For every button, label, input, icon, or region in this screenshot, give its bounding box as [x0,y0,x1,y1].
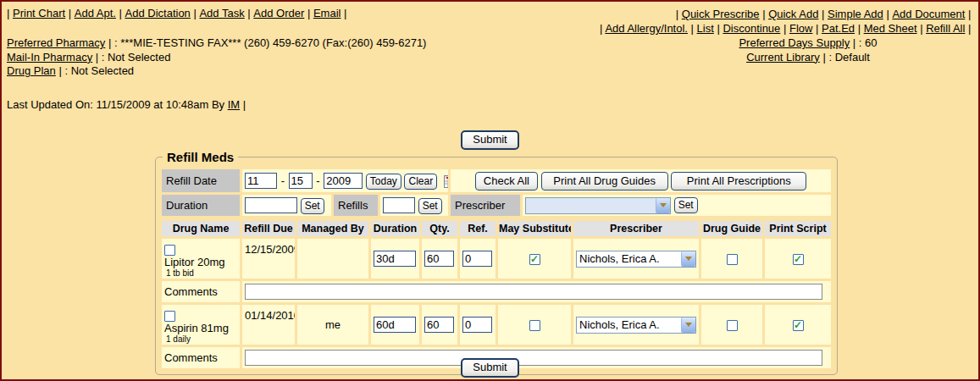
duration-input[interactable] [374,317,416,333]
bulk-print-buttons-cell: Check All Print All Drug Guides Print Al… [451,169,831,192]
drug-guide-checkbox[interactable] [727,320,738,331]
colon: : [64,64,70,77]
check-all-button[interactable]: Check All [475,172,538,190]
bulk-refills-set-button[interactable]: Set [418,198,442,214]
print-script-cell: ✓ [765,305,831,345]
print-script-checkbox[interactable]: ✓ [793,320,804,331]
mail-in-pharmacy-value: Not Selected [108,51,170,64]
current-library-link[interactable]: Current Library [746,51,828,64]
nav-discontinue[interactable]: Discontinue [723,22,789,35]
refill-meds-table: Drug Name Refill Due Managed By Duration… [159,218,833,371]
may-substitute-cell: ✓ [498,239,571,279]
top-nav-right-line2: Add Allergy/Intol.ListDiscontinueFlowPat… [600,21,974,36]
comments-input[interactable] [245,284,822,300]
bulk-prescriber-set-button[interactable]: Set [674,197,698,213]
nav-quick-prescribe[interactable]: Quick Prescribe [682,8,768,20]
comments-input-cell [242,281,831,302]
colon: : [859,36,865,49]
mail-in-pharmacy-link[interactable]: Mail-In Pharmacy [7,51,102,64]
bulk-duration-set-button[interactable]: Set [301,198,324,214]
ref-input[interactable] [462,317,492,333]
drug-select-checkbox[interactable] [164,311,175,322]
qty-input[interactable] [424,251,454,267]
top-nav-right: Quick PrescribeQuick AddSimple AddAdd Do… [600,7,974,36]
nav-add-task[interactable]: Add Task [199,7,253,19]
col-ref: Ref. [460,221,496,236]
today-button[interactable]: Today [366,174,401,190]
nav-email[interactable]: Email [313,7,350,19]
nav-simple-add[interactable]: Simple Add [828,8,892,20]
preferred-days-supply-value: 60 [865,36,877,49]
col-drug-guide: Drug Guide [701,221,762,236]
chevron-down-icon [656,198,670,213]
drug-name-cell: Lipitor 20mg 1 tb bid [162,239,240,279]
ref-cell [460,305,496,345]
print-all-prescriptions-button[interactable]: Print All Prescriptions [671,172,806,190]
date-separator: - [280,174,285,187]
nav-add-allergy[interactable]: Add Allergy/Intol. [605,22,696,35]
bulk-prescriber-select[interactable] [525,197,671,214]
managed-by-cell [297,239,368,279]
prescriber-select[interactable]: Nichols, Erica A. [576,251,696,268]
ref-input[interactable] [462,251,492,267]
nav-refill-all[interactable]: Refill All [926,22,974,35]
bulk-duration-input[interactable] [245,197,297,213]
drug-plan-link[interactable]: Drug Plan [7,64,64,77]
print-all-drug-guides-button[interactable]: Print All Drug Guides [541,172,668,190]
may-substitute-checkbox[interactable]: ✓ [529,254,540,265]
colon: : [102,51,108,64]
preferred-days-supply-line: Preferred Days Supply: 60 [666,36,950,51]
prescriber-select-value: Nichols, Erica A. [579,252,660,265]
last-updated-line: Last Updated On: 11/15/2009 at 10:48am B… [7,98,249,111]
nav-pat-ed[interactable]: Pat.Ed [822,22,864,35]
prescriber-cell: Nichols, Erica A. [573,305,699,345]
refill-date-day-input[interactable] [289,173,313,189]
preferred-pharmacy-link[interactable]: Preferred Pharmacy [7,36,114,49]
nav-add-dictation[interactable]: Add Dictation [125,7,200,19]
drug-guide-cell [701,239,762,279]
duration-input[interactable] [374,251,416,267]
bulk-prescriber-label: Prescriber [451,195,520,216]
ref-cell [460,239,496,279]
print-script-cell: ✓ [765,239,831,279]
clear-button[interactable]: Clear [404,174,437,190]
refill-date-month-input[interactable] [245,173,277,189]
submit-bottom-container: Submit [2,358,978,378]
qty-input[interactable] [424,317,454,333]
submit-button-bottom[interactable]: Submit [461,358,518,378]
nav-print-chart[interactable]: Print Chart [13,7,75,19]
bulk-duration-label: Duration [162,195,240,216]
nav-add-apt[interactable]: Add Apt. [75,7,125,19]
refill-date-cell: - - Today Clear [242,169,448,192]
last-updated-text: Last Updated On: 11/15/2009 at 10:48am B… [7,98,224,111]
nav-list[interactable]: List [697,22,723,35]
preferred-days-supply-link[interactable]: Preferred Days Supply [739,36,858,49]
med-row-lipitor: Lipitor 20mg 1 tb bid 12/15/2009 ✓ Nicho… [162,239,831,279]
chevron-down-icon [681,251,695,267]
bulk-refills-input[interactable] [383,197,415,213]
prescriber-select[interactable]: Nichols, Erica A. [576,317,696,334]
nav-quick-add[interactable]: Quick Add [768,8,828,20]
refill-meds-fieldset: Refill Meds Refill Date - - Today Clear [155,150,838,375]
calendar-icon[interactable] [444,175,448,188]
print-script-checkbox[interactable]: ✓ [793,254,804,265]
nav-flow[interactable]: Flow [789,22,822,35]
preferred-pharmacy-line: Preferred Pharmacy: ***MIE-TESTING FAX**… [7,36,426,51]
date-separator: - [315,174,320,187]
may-substitute-checkbox[interactable] [529,320,540,331]
drug-select-checkbox[interactable] [164,245,175,256]
col-print-script: Print Script [765,221,831,236]
drug-name: Lipitor 20mg [164,256,225,268]
nav-add-document[interactable]: Add Document [892,8,974,20]
nav-med-sheet[interactable]: Med Sheet [864,22,926,35]
refill-date-year-input[interactable] [324,173,363,189]
refill-meds-legend: Refill Meds [163,150,238,164]
drug-plan-line: Drug Plan: Not Selected [7,64,426,79]
comments-label-cell: Comments [162,281,240,302]
drug-guide-checkbox[interactable] [727,254,738,265]
submit-button-top[interactable]: Submit [461,130,518,150]
col-managed-by: Managed By [297,221,368,236]
last-updated-by-link[interactable]: IM [228,98,249,111]
nav-add-order[interactable]: Add Order [253,7,313,19]
med-row-aspirin: Aspirin 81mg 1 daily 01/14/2010 me Nicho… [162,305,831,345]
